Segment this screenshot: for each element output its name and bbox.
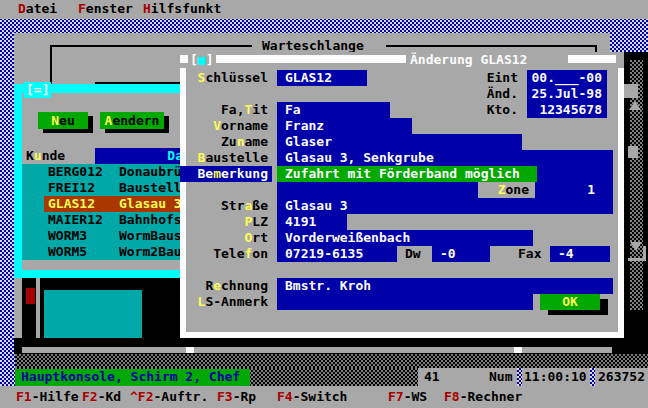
customer-name: Glasau 3 [119, 196, 182, 212]
scrollbar-thumb[interactable] [628, 146, 638, 158]
field-label-strasse: Straße [182, 198, 268, 214]
fkey-label: F2 [82, 389, 98, 404]
date-column-header[interactable]: Da [95, 148, 186, 164]
field-label-telefon: Telefon [182, 246, 268, 262]
field-baustelle[interactable]: Glasau 3, Senkgrube [277, 150, 613, 166]
field-dw[interactable]: -0 [432, 246, 490, 262]
background-strip [14, 338, 648, 354]
function-key-bar: F1-HilfeF2-Kd^F2-Auftr.F3-RpF4-SwitchF7-… [0, 386, 648, 408]
status-bar: Hauptkonsole, Schirm 2, Chef 41 Num 11:0… [0, 368, 648, 386]
menu-bar: Datei Fenster Hilfsfunkt [0, 0, 648, 19]
scroll-down-icon[interactable] [630, 242, 642, 251]
field-plz[interactable]: 4191 [277, 214, 347, 230]
field-aend[interactable]: 25.Jul-98 [527, 86, 607, 102]
field-zone[interactable]: 1 [277, 182, 613, 198]
field-label-zuname: Zuname [182, 134, 268, 150]
field-label-ort: Ort [182, 230, 268, 246]
customer-code: FREI12 [48, 180, 95, 196]
fkey-f3[interactable]: F3-Rp [217, 389, 256, 405]
field-telefon[interactable]: 07219-6135 [277, 246, 397, 262]
fkey-label: ^F2 [130, 389, 153, 404]
field-bemerkung[interactable]: Zufahrt mit Förderband möglich [277, 166, 537, 182]
fkey-ctrl-f2[interactable]: ^F2-Auftr. [130, 389, 208, 405]
frame-corner [643, 246, 646, 259]
hscroll-tick [186, 347, 194, 353]
fkey-label: F4 [277, 389, 293, 404]
field-eint[interactable]: 00.___-00 [527, 70, 607, 86]
scroll-up-icon[interactable] [629, 101, 641, 110]
customer-code: GLAS12 [48, 196, 95, 212]
horizontal-scrollbar[interactable] [22, 347, 612, 353]
fkey-action: -Kd [98, 389, 121, 404]
fkey-label: F7 [388, 389, 404, 404]
field-zuname[interactable]: Glaser [277, 134, 522, 150]
field-label-plz: PLZ [182, 214, 268, 230]
field-vorname[interactable]: Franz [277, 118, 412, 134]
close-icon: ■ [198, 52, 206, 67]
fkey-label: F3 [217, 389, 233, 404]
background-window-right [622, 52, 648, 368]
fkey-action: -Hilfe [32, 389, 79, 404]
field-fatit[interactable]: Fa [277, 102, 390, 118]
menu-item-fenster[interactable]: Fenster [78, 1, 133, 17]
menu-item-hilfsfunkt[interactable]: Hilfsfunkt [143, 1, 221, 17]
aenderung-dialog: [■] Änderung GLAS12 Schlüssel GLAS12 Ein… [180, 52, 624, 338]
dialog-titlebar[interactable]: [■] Änderung GLAS12 [180, 52, 624, 68]
field-kto[interactable]: 12345678 [527, 102, 607, 118]
field-label-zone: Zone [478, 182, 535, 198]
field-label-rechnung: Rechnung [182, 278, 268, 294]
kunde-column-header[interactable]: Kunde [26, 148, 65, 164]
field-label-aend: Änd. [440, 86, 518, 102]
field-label-bemerkung: Bemerkung [182, 166, 268, 182]
customer-code: BERG012 [48, 164, 103, 180]
scrollbar-top-block [624, 84, 638, 98]
field-label-eint: Eint [440, 70, 518, 86]
desktop: Datei Fenster Hilfsfunkt Warteschlange [0, 0, 648, 408]
field-strasse[interactable]: Glasau 3 [277, 198, 613, 214]
field-label-kto: Kto. [440, 102, 518, 118]
customer-name: Baustelle [119, 180, 189, 196]
customer-list: BERG012DonaubrückeFREI12BaustelleGLAS12G… [22, 164, 186, 260]
dialog-close-button[interactable]: [■] [190, 52, 213, 68]
customer-code: WORM3 [48, 228, 87, 244]
new-button[interactable]: Neu [38, 112, 88, 129]
fkey-f8[interactable]: F8-Rechner [444, 389, 522, 405]
menu-item-datei[interactable]: Datei [18, 1, 57, 17]
fkey-action: -Rechner [460, 389, 523, 404]
fkey-label: F1 [16, 389, 32, 404]
window-frame-line [386, 45, 597, 47]
customer-code: WORM5 [48, 244, 87, 260]
field-label-dw: Dw [405, 246, 421, 262]
field-fax[interactable]: -4 [550, 246, 610, 262]
status-counter: 41 [424, 369, 440, 385]
fkey-action: -WS [404, 389, 427, 404]
fkey-label: F8 [444, 389, 460, 404]
fkey-f2[interactable]: F2-Kd [82, 389, 121, 405]
window-frame-line [50, 45, 52, 85]
field-ort[interactable]: Vorderweißenbach [277, 230, 533, 246]
change-button[interactable]: Aendern [100, 112, 164, 129]
background-dither-strip [15, 354, 648, 368]
field-label-fatit: Fa,Tit [182, 102, 268, 118]
fkey-action: -Rp [233, 389, 256, 404]
fkey-f1[interactable]: F1-Hilfe [16, 389, 79, 405]
customer-code: MAIER12 [48, 212, 103, 228]
field-rechnung[interactable]: Bmstr. Kroh [277, 278, 613, 294]
field-label-fax: Fax [518, 246, 541, 262]
customer-list-window: [=] Neu Aendern Kunde Da BERG012Donaubrü… [14, 84, 186, 278]
field-lsanmerk[interactable] [277, 294, 533, 310]
dialog-title: Änderung GLAS12 [410, 52, 527, 68]
field-label-baustelle: Baustelle [182, 150, 268, 166]
ok-button[interactable]: OK [540, 294, 600, 310]
console-status: Hauptkonsole, Schirm 2, Chef [15, 369, 250, 386]
window-menu-button[interactable]: [=] [24, 82, 51, 98]
fkey-f7[interactable]: F7-WS [388, 389, 427, 405]
field-label-vorname: Vorname [182, 118, 268, 134]
field-schluessel[interactable]: GLAS12 [277, 70, 367, 86]
fkey-f4[interactable]: F4-Switch [277, 389, 347, 405]
list-scroll-strip[interactable] [22, 260, 186, 270]
memory-counter: 263752 [598, 369, 645, 385]
field-label-lsanmerk: LS-Anmerk [182, 294, 268, 310]
fkey-action: -Auftr. [153, 389, 208, 404]
clock: 11:00:10 [524, 369, 587, 385]
